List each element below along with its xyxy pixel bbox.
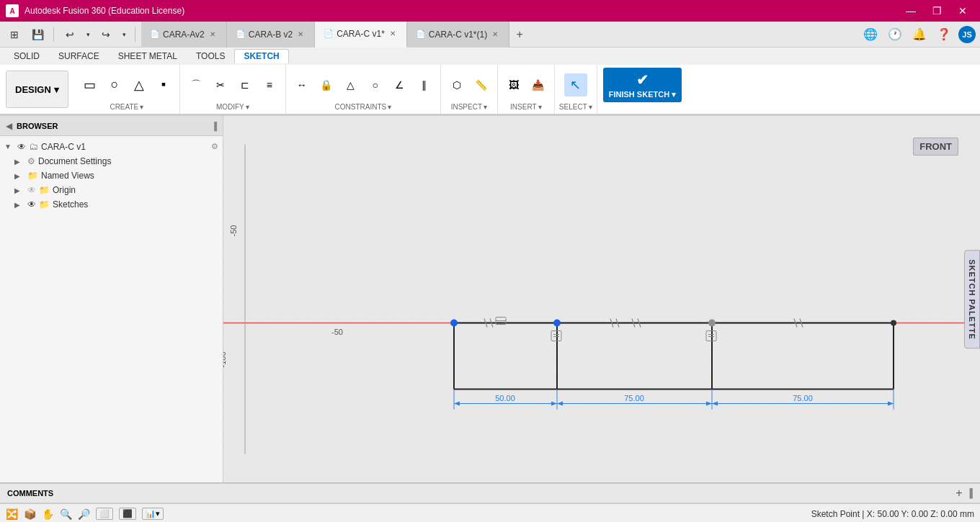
tab-surface[interactable]: SURFACE: [49, 49, 109, 63]
design-dropdown-button[interactable]: DESIGN ▾: [6, 71, 68, 108]
undo-button[interactable]: ↩: [60, 24, 80, 45]
finish-sketch-button[interactable]: ✔ FINISH SKETCH ▾: [603, 68, 682, 102]
parallel-tool[interactable]: ∥: [413, 73, 436, 96]
trim-tool[interactable]: ✂: [209, 73, 232, 96]
move-icon[interactable]: 🔀: [6, 508, 18, 520]
comments-add-icon[interactable]: +: [956, 487, 962, 500]
offset-tool[interactable]: ⊏: [233, 73, 257, 96]
top-right-icons: 🌐 🕐 🔔 ❓ JS: [860, 24, 976, 45]
browser-title: BROWSER: [17, 122, 58, 130]
angle-tool[interactable]: ∠: [388, 73, 411, 96]
tree-eye-origin[interactable]: 👁: [27, 185, 36, 195]
tab-tools[interactable]: TOOLS: [187, 49, 234, 63]
tab-icon: 📄: [236, 30, 246, 39]
tab-sketch[interactable]: SKETCH: [234, 49, 288, 63]
measure-tool[interactable]: ⬡: [445, 73, 468, 96]
viewport[interactable]: -50 -50 -100: [223, 116, 980, 482]
tab-add-button[interactable]: +: [509, 22, 530, 48]
history-icon-button[interactable]: 🕐: [885, 24, 905, 45]
help-icon-button[interactable]: ❓: [934, 24, 954, 45]
insert-dxf-tool[interactable]: 📥: [527, 73, 550, 96]
select-label: SELECT▾: [559, 103, 592, 111]
undo-dropdown[interactable]: ▾: [83, 24, 93, 45]
point-tool[interactable]: ▪: [152, 73, 175, 96]
insert-label: INSERT▾: [510, 103, 542, 111]
comments-bar: COMMENTS + ▐: [0, 483, 980, 503]
tree-item-sketches[interactable]: ▶ 👁 📁 Sketches: [0, 197, 223, 212]
design-label: DESIGN: [15, 84, 51, 95]
zoom-region-icon[interactable]: 🔍: [60, 508, 72, 520]
tree-eye-sketches[interactable]: 👁: [27, 199, 36, 210]
create-label: CREATE▾: [110, 103, 143, 111]
rectangle-tool[interactable]: ▭: [79, 73, 102, 96]
tree-arrow-sketches: ▶: [14, 201, 24, 209]
triangle-constraint-tool[interactable]: △: [339, 73, 362, 96]
redo-dropdown[interactable]: ▾: [119, 24, 129, 45]
tree-folder-sketches: 📁: [39, 199, 50, 210]
constraints-icons: ↔ 🔒 △ ○ ∠ ∥: [290, 68, 436, 102]
circle-constraint-tool[interactable]: ○: [364, 73, 387, 96]
triangle-tool[interactable]: △: [128, 73, 151, 96]
tab-label: CARA-C v1*: [337, 29, 385, 39]
finish-sketch-checkmark-icon: ✔: [636, 71, 649, 89]
tab-close[interactable]: ✕: [208, 30, 218, 39]
pan-icon[interactable]: ✋: [42, 508, 54, 520]
create-icons: ▭ ○ △ ▪: [79, 68, 175, 102]
tree-item-named-views[interactable]: ▶ 📁 Named Views: [0, 168, 223, 183]
mirror-tool[interactable]: ≡: [258, 73, 281, 96]
comments-collapse-icon[interactable]: ▐: [966, 488, 973, 498]
dim-text-2: 75.00: [624, 394, 644, 402]
tree-item-origin[interactable]: ▶ 👁 📁 Origin: [0, 183, 223, 197]
user-avatar[interactable]: JS: [958, 26, 976, 43]
notifications-icon-button[interactable]: 🔔: [909, 24, 930, 45]
y-axis-label-100: -100: [223, 351, 227, 367]
tab-cara-av2[interactable]: 📄 CARA-Av2 ✕: [141, 22, 227, 48]
fillet-tool[interactable]: ⌒: [184, 73, 208, 96]
tree-item-root[interactable]: ▼ 👁 🗂 CARA-C v1 ⚙: [0, 139, 223, 154]
browser-panel: ◀ BROWSER ▐ ▼ 👁 🗂 CARA-C v1 ⚙ ▶ ⚙ Docume…: [0, 116, 223, 482]
save-button[interactable]: 💾: [27, 24, 48, 45]
box-icon[interactable]: 📦: [24, 508, 36, 520]
tab-label: CARA-B v2: [249, 30, 293, 40]
tree-eye-root[interactable]: 👁: [17, 142, 26, 152]
grid-display-btn[interactable]: 📊▾: [142, 508, 164, 520]
tree-item-doc-settings[interactable]: ▶ ⚙ Document Settings: [0, 154, 223, 168]
dimension-tool[interactable]: ↔: [290, 73, 313, 96]
tab-close[interactable]: ✕: [490, 30, 500, 39]
tab-label: CARA-Av2: [163, 30, 205, 40]
tree-arrow-root: ▼: [4, 143, 14, 150]
inspect-tool-group: ⬡ 📏 INSPECT▾: [441, 65, 498, 114]
minimize-button[interactable]: —: [899, 4, 922, 18]
tree-arrow-named-views: ▶: [14, 172, 24, 180]
sketch-palette-tab[interactable]: SKETCH PALETTE: [964, 250, 980, 349]
close-button[interactable]: ✕: [951, 4, 974, 18]
browser-expand-icon[interactable]: ▐: [211, 122, 217, 130]
zoom-fit-icon[interactable]: 🔎: [78, 508, 90, 520]
display-mode-btn2[interactable]: ⬛: [119, 508, 136, 520]
tab-solid[interactable]: SOLID: [4, 49, 49, 63]
browser-collapse-icon[interactable]: ◀: [6, 121, 12, 131]
tab-bar: 📄 CARA-Av2 ✕ 📄 CARA-B v2 ✕ 📄 CARA-C v1* …: [141, 22, 858, 48]
network-icon-button[interactable]: 🌐: [860, 24, 881, 45]
tab-cara-cv1-1[interactable]: 📄 CARA-C v1*(1) ✕: [407, 22, 509, 48]
tab-close[interactable]: ✕: [295, 30, 306, 39]
select-tool[interactable]: ↖: [564, 73, 587, 96]
ruler-tool[interactable]: 📏: [470, 73, 493, 96]
circle-tool[interactable]: ○: [103, 73, 126, 96]
redo-button[interactable]: ↪: [96, 24, 116, 45]
tab-cara-cv1[interactable]: 📄 CARA-C v1* ✕: [315, 22, 407, 48]
grid-menu-button[interactable]: ⊞: [4, 24, 24, 45]
tab-icon: 📄: [324, 29, 334, 38]
tab-cara-bv2[interactable]: 📄 CARA-B v2 ✕: [227, 22, 315, 48]
tab-sheet-metal[interactable]: SHEET METAL: [109, 49, 187, 63]
display-mode-btn1[interactable]: ⬜: [96, 508, 113, 520]
tree-settings-icon[interactable]: ⚙: [211, 142, 218, 151]
maximize-button[interactable]: ❐: [925, 4, 948, 18]
lock-tool[interactable]: 🔒: [315, 73, 338, 96]
tab-close[interactable]: ✕: [388, 29, 398, 38]
bottom-area: COMMENTS + ▐ 🔀 📦 ✋ 🔍 🔎 ⬜ ⬛ 📊▾ Sketch Poi…: [0, 482, 980, 522]
tree-arrow-doc: ▶: [14, 158, 24, 166]
inspect-label: INSPECT▾: [451, 103, 487, 111]
browser-tree: ▼ 👁 🗂 CARA-C v1 ⚙ ▶ ⚙ Document Settings …: [0, 136, 223, 482]
insert-image-tool[interactable]: 🖼: [502, 73, 525, 96]
